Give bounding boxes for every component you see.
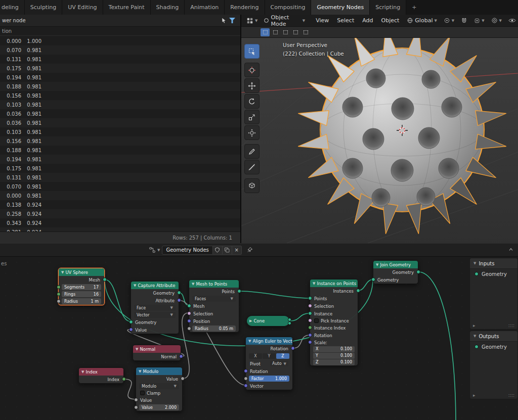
add-cube-tool-button[interactable] bbox=[244, 178, 260, 193]
collapse-chevron-icon[interactable]: ▼ bbox=[136, 347, 138, 351]
bool-socket[interactable] bbox=[308, 318, 312, 322]
collapse-chevron-icon[interactable]: ▼ bbox=[134, 284, 136, 288]
node-align-euler-to-vector[interactable]: ▼Align Euler to VectorRotationXYZPivotAu… bbox=[245, 337, 293, 390]
vector-z-field[interactable]: Z0.100 bbox=[313, 359, 355, 365]
table-row[interactable]: 0.1750.981 bbox=[0, 164, 240, 173]
face-dropdown[interactable]: Face▼ bbox=[134, 305, 176, 311]
vector-dropdown[interactable]: Vector▼ bbox=[134, 312, 176, 318]
modulo-dropdown[interactable]: Modulo▼ bbox=[139, 383, 179, 389]
vector-socket[interactable] bbox=[308, 333, 312, 337]
select-mode-set-button[interactable] bbox=[261, 28, 270, 36]
collapse-chevron-icon[interactable]: ▼ bbox=[139, 369, 141, 374]
vector-x-field[interactable]: X0.100 bbox=[313, 346, 355, 352]
scale-tool-button[interactable] bbox=[244, 110, 260, 124]
pivot-point-button[interactable]: ▼ bbox=[442, 16, 456, 26]
collapse-chevron-icon[interactable]: ▼ bbox=[192, 282, 194, 286]
collapse-chevron-icon[interactable]: ▼ bbox=[376, 263, 378, 267]
vector-socket[interactable] bbox=[244, 384, 248, 388]
geometry-socket[interactable] bbox=[129, 320, 133, 324]
axis-z-button[interactable]: Z bbox=[276, 353, 289, 359]
node-index[interactable]: ▼IndexIndex bbox=[78, 367, 124, 384]
node-header[interactable]: ▼UV Sphere bbox=[59, 268, 104, 276]
tab-uv-editing[interactable]: UV Editing bbox=[62, 0, 103, 15]
outputs-panel-header[interactable]: ▼ Outputs bbox=[470, 331, 517, 342]
node-mesh-to-points[interactable]: ▼Mesh to PointsPointsFaces▼MeshSelection… bbox=[189, 279, 239, 333]
mode-dropdown[interactable]: Object Mode ▼ bbox=[262, 16, 307, 26]
node-canvas[interactable]: es ▼ Inputs Geometry bbox=[0, 257, 518, 420]
int-socket[interactable] bbox=[57, 285, 61, 289]
snap-settings-button[interactable]: ▼ bbox=[472, 16, 486, 26]
tab-scripting[interactable]: Scripting bbox=[370, 0, 406, 15]
geometry-socket[interactable] bbox=[371, 277, 375, 282]
node-header[interactable]: ▼Index bbox=[79, 368, 123, 376]
dataset-label[interactable]: wer node bbox=[2, 18, 26, 23]
geometry-socket[interactable] bbox=[187, 304, 191, 308]
collapse-chevron-icon[interactable]: ▼ bbox=[248, 339, 251, 343]
table-row[interactable]: 0.1380.924 bbox=[0, 200, 240, 209]
table-row[interactable]: 0.2580.924 bbox=[0, 209, 240, 218]
node-modulo[interactable]: ▼ModuloValueModulo▼ClampValueValue2.000 bbox=[136, 367, 183, 411]
select-mode-difference-button[interactable] bbox=[291, 28, 300, 36]
axis-x-button[interactable]: X bbox=[249, 353, 262, 359]
node-header[interactable]: ▼Capture Attribute bbox=[131, 282, 179, 289]
geometry-socket[interactable] bbox=[308, 296, 312, 300]
table-row[interactable]: 0.1880.981 bbox=[0, 146, 240, 155]
faces-dropdown[interactable]: Faces▼ bbox=[192, 296, 236, 302]
value-socket[interactable] bbox=[181, 377, 185, 381]
tab-rendering[interactable]: Rendering bbox=[225, 0, 265, 15]
node-header[interactable]: ▼Join Geometry bbox=[373, 261, 418, 268]
checkbox[interactable] bbox=[140, 391, 145, 395]
table-row[interactable]: 0.1030.981 bbox=[0, 127, 240, 136]
node-cone[interactable]: ▶Cone bbox=[246, 315, 290, 326]
node-uv-sphere[interactable]: ▼UV SphereMeshSegments17Rings16Radius1 m bbox=[58, 268, 105, 305]
bool-socket[interactable] bbox=[187, 311, 191, 315]
resize-grip[interactable]: :::: bbox=[508, 323, 514, 328]
menu-object[interactable]: Object bbox=[378, 17, 403, 24]
select-cursor-icon[interactable] bbox=[221, 17, 227, 24]
table-row[interactable]: 0.3430.924 bbox=[0, 218, 240, 227]
menu-view[interactable]: View bbox=[312, 17, 332, 24]
tab-texture-paint[interactable]: Texture Paint bbox=[103, 0, 151, 15]
collapse-chevron-icon[interactable]: ▼ bbox=[81, 370, 84, 374]
vector-socket[interactable] bbox=[187, 319, 191, 323]
table-row[interactable]: 0.0700.981 bbox=[0, 45, 240, 55]
node-header[interactable]: ▼Normal bbox=[133, 345, 181, 353]
vector-socket[interactable] bbox=[129, 328, 133, 332]
table-row[interactable]: 0.1940.981 bbox=[0, 73, 240, 82]
node-header[interactable]: ▼Modulo bbox=[136, 367, 182, 375]
viewport-canvas[interactable]: User Perspective (222) Collection | Cube bbox=[241, 38, 518, 243]
vector-socket[interactable] bbox=[179, 354, 183, 358]
proportional-editing-button[interactable]: ▼ bbox=[489, 16, 504, 26]
geometry-socket[interactable] bbox=[288, 318, 291, 321]
table-row[interactable]: 0.0360.981 bbox=[0, 109, 240, 118]
bool-socket[interactable] bbox=[308, 304, 312, 308]
tab-deling[interactable]: deling bbox=[0, 0, 25, 15]
select-mode-subtract-button[interactable] bbox=[281, 28, 290, 36]
value-socket[interactable] bbox=[244, 377, 248, 381]
node-tree-browse-button[interactable]: ▼ bbox=[147, 245, 162, 255]
checkbox[interactable] bbox=[314, 318, 319, 323]
node-header[interactable]: ▼Mesh to Points bbox=[189, 280, 239, 288]
menu-select[interactable]: Select bbox=[333, 17, 358, 24]
editor-type-button[interactable]: ▼ bbox=[244, 16, 260, 26]
list-item[interactable]: Geometry bbox=[470, 342, 517, 352]
segments-field[interactable]: Segments17 bbox=[62, 284, 101, 290]
geometry-socket[interactable] bbox=[103, 277, 107, 282]
table-row[interactable]: 0.1560.981 bbox=[0, 136, 240, 146]
node-join-geometry[interactable]: ▼Join GeometryGeometryGeometry bbox=[373, 260, 418, 284]
radius-field[interactable]: Radius0.05 m bbox=[192, 325, 236, 332]
node-header[interactable]: ▼Align Euler to Vector bbox=[246, 337, 292, 345]
annotate-tool-button[interactable] bbox=[244, 144, 260, 159]
pin-icon[interactable] bbox=[247, 247, 253, 254]
table-row[interactable]: 0.0001.000 bbox=[0, 36, 240, 45]
vector-socket[interactable] bbox=[244, 369, 248, 373]
pivot-dropdown[interactable]: Auto▼ bbox=[270, 361, 288, 366]
geometry-socket[interactable] bbox=[356, 289, 360, 293]
move-tool-button[interactable] bbox=[244, 78, 260, 93]
tab-sculpting[interactable]: Sculpting bbox=[25, 0, 62, 15]
vector-socket[interactable] bbox=[308, 340, 312, 344]
axis-y-button[interactable]: Y bbox=[263, 353, 276, 359]
chevron-right-icon[interactable]: ▸ bbox=[473, 323, 476, 328]
transform-tool-button[interactable] bbox=[244, 125, 260, 140]
value-field[interactable]: Value2.000 bbox=[139, 404, 179, 410]
